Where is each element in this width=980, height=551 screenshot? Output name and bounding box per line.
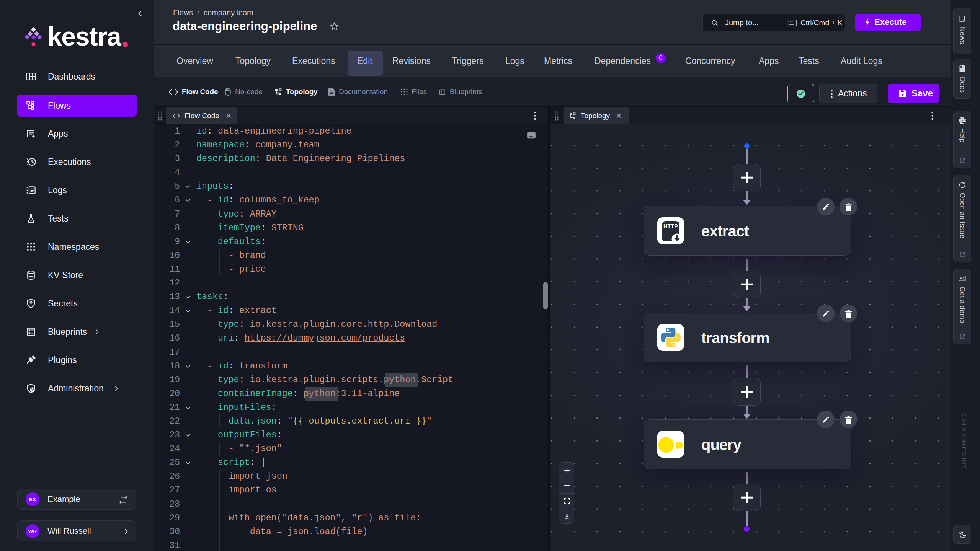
svg-text:HTTP: HTTP (663, 223, 678, 229)
